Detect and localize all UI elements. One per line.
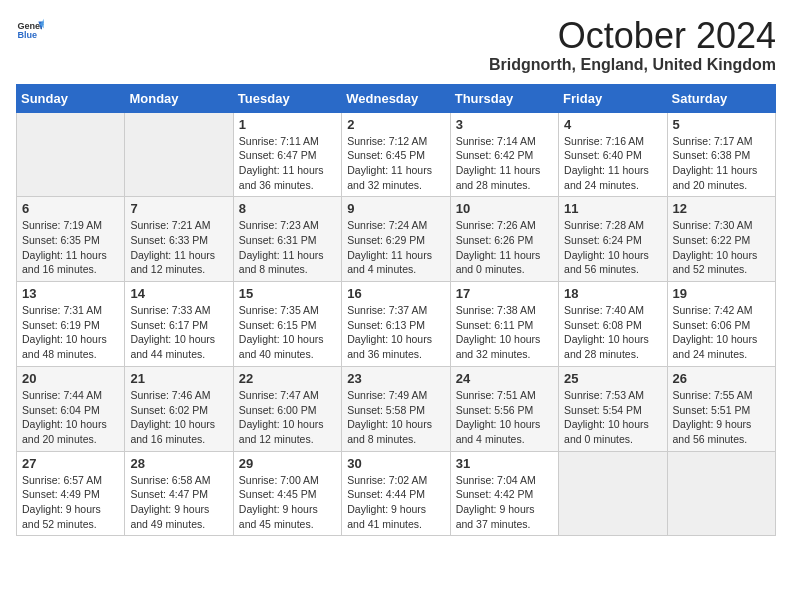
day-info: Sunrise: 7:19 AMSunset: 6:35 PMDaylight:… (22, 218, 119, 277)
day-number: 9 (347, 201, 444, 216)
day-number: 10 (456, 201, 553, 216)
day-info: Sunrise: 7:46 AMSunset: 6:02 PMDaylight:… (130, 388, 227, 447)
month-title: October 2024 (489, 16, 776, 56)
day-number: 12 (673, 201, 770, 216)
day-number: 13 (22, 286, 119, 301)
day-info: Sunrise: 7:26 AMSunset: 6:26 PMDaylight:… (456, 218, 553, 277)
day-number: 2 (347, 117, 444, 132)
day-info: Sunrise: 7:51 AMSunset: 5:56 PMDaylight:… (456, 388, 553, 447)
day-number: 21 (130, 371, 227, 386)
day-number: 24 (456, 371, 553, 386)
calendar-cell: 28Sunrise: 6:58 AMSunset: 4:47 PMDayligh… (125, 451, 233, 536)
calendar-week-row: 1Sunrise: 7:11 AMSunset: 6:47 PMDaylight… (17, 112, 776, 197)
calendar-cell (17, 112, 125, 197)
calendar-cell: 4Sunrise: 7:16 AMSunset: 6:40 PMDaylight… (559, 112, 667, 197)
day-number: 4 (564, 117, 661, 132)
calendar-cell: 8Sunrise: 7:23 AMSunset: 6:31 PMDaylight… (233, 197, 341, 282)
calendar-cell (125, 112, 233, 197)
calendar-cell: 27Sunrise: 6:57 AMSunset: 4:49 PMDayligh… (17, 451, 125, 536)
calendar-cell (667, 451, 775, 536)
calendar-cell: 26Sunrise: 7:55 AMSunset: 5:51 PMDayligh… (667, 366, 775, 451)
calendar-cell: 16Sunrise: 7:37 AMSunset: 6:13 PMDayligh… (342, 282, 450, 367)
calendar-cell: 22Sunrise: 7:47 AMSunset: 6:00 PMDayligh… (233, 366, 341, 451)
day-info: Sunrise: 7:38 AMSunset: 6:11 PMDaylight:… (456, 303, 553, 362)
calendar-cell: 6Sunrise: 7:19 AMSunset: 6:35 PMDaylight… (17, 197, 125, 282)
calendar-cell: 24Sunrise: 7:51 AMSunset: 5:56 PMDayligh… (450, 366, 558, 451)
day-number: 29 (239, 456, 336, 471)
day-number: 7 (130, 201, 227, 216)
calendar-cell: 11Sunrise: 7:28 AMSunset: 6:24 PMDayligh… (559, 197, 667, 282)
day-info: Sunrise: 7:02 AMSunset: 4:44 PMDaylight:… (347, 473, 444, 532)
header-monday: Monday (125, 84, 233, 112)
day-info: Sunrise: 7:35 AMSunset: 6:15 PMDaylight:… (239, 303, 336, 362)
day-info: Sunrise: 7:30 AMSunset: 6:22 PMDaylight:… (673, 218, 770, 277)
calendar-cell: 23Sunrise: 7:49 AMSunset: 5:58 PMDayligh… (342, 366, 450, 451)
day-number: 25 (564, 371, 661, 386)
calendar-cell: 29Sunrise: 7:00 AMSunset: 4:45 PMDayligh… (233, 451, 341, 536)
day-number: 3 (456, 117, 553, 132)
header-wednesday: Wednesday (342, 84, 450, 112)
calendar-cell: 13Sunrise: 7:31 AMSunset: 6:19 PMDayligh… (17, 282, 125, 367)
calendar-week-row: 20Sunrise: 7:44 AMSunset: 6:04 PMDayligh… (17, 366, 776, 451)
calendar-cell: 17Sunrise: 7:38 AMSunset: 6:11 PMDayligh… (450, 282, 558, 367)
location-subtitle: Bridgnorth, England, United Kingdom (489, 56, 776, 74)
calendar-week-row: 13Sunrise: 7:31 AMSunset: 6:19 PMDayligh… (17, 282, 776, 367)
calendar-cell: 18Sunrise: 7:40 AMSunset: 6:08 PMDayligh… (559, 282, 667, 367)
header-tuesday: Tuesday (233, 84, 341, 112)
calendar-cell: 19Sunrise: 7:42 AMSunset: 6:06 PMDayligh… (667, 282, 775, 367)
day-number: 17 (456, 286, 553, 301)
day-number: 8 (239, 201, 336, 216)
header-sunday: Sunday (17, 84, 125, 112)
calendar-cell: 7Sunrise: 7:21 AMSunset: 6:33 PMDaylight… (125, 197, 233, 282)
day-info: Sunrise: 7:14 AMSunset: 6:42 PMDaylight:… (456, 134, 553, 193)
day-info: Sunrise: 6:58 AMSunset: 4:47 PMDaylight:… (130, 473, 227, 532)
day-number: 31 (456, 456, 553, 471)
day-number: 22 (239, 371, 336, 386)
day-info: Sunrise: 7:47 AMSunset: 6:00 PMDaylight:… (239, 388, 336, 447)
calendar-cell (559, 451, 667, 536)
calendar-cell: 30Sunrise: 7:02 AMSunset: 4:44 PMDayligh… (342, 451, 450, 536)
logo: General Blue (16, 16, 44, 44)
day-number: 18 (564, 286, 661, 301)
calendar-cell: 3Sunrise: 7:14 AMSunset: 6:42 PMDaylight… (450, 112, 558, 197)
calendar-cell: 1Sunrise: 7:11 AMSunset: 6:47 PMDaylight… (233, 112, 341, 197)
calendar-cell: 12Sunrise: 7:30 AMSunset: 6:22 PMDayligh… (667, 197, 775, 282)
day-number: 20 (22, 371, 119, 386)
day-info: Sunrise: 7:44 AMSunset: 6:04 PMDaylight:… (22, 388, 119, 447)
day-info: Sunrise: 7:17 AMSunset: 6:38 PMDaylight:… (673, 134, 770, 193)
day-number: 23 (347, 371, 444, 386)
calendar-week-row: 6Sunrise: 7:19 AMSunset: 6:35 PMDaylight… (17, 197, 776, 282)
calendar-cell: 25Sunrise: 7:53 AMSunset: 5:54 PMDayligh… (559, 366, 667, 451)
calendar-cell: 14Sunrise: 7:33 AMSunset: 6:17 PMDayligh… (125, 282, 233, 367)
day-info: Sunrise: 7:00 AMSunset: 4:45 PMDaylight:… (239, 473, 336, 532)
day-info: Sunrise: 7:42 AMSunset: 6:06 PMDaylight:… (673, 303, 770, 362)
day-info: Sunrise: 7:33 AMSunset: 6:17 PMDaylight:… (130, 303, 227, 362)
day-number: 27 (22, 456, 119, 471)
svg-text:Blue: Blue (17, 30, 37, 40)
header-thursday: Thursday (450, 84, 558, 112)
calendar-cell: 21Sunrise: 7:46 AMSunset: 6:02 PMDayligh… (125, 366, 233, 451)
calendar-header-row: SundayMondayTuesdayWednesdayThursdayFrid… (17, 84, 776, 112)
day-info: Sunrise: 7:23 AMSunset: 6:31 PMDaylight:… (239, 218, 336, 277)
day-info: Sunrise: 7:55 AMSunset: 5:51 PMDaylight:… (673, 388, 770, 447)
day-info: Sunrise: 7:28 AMSunset: 6:24 PMDaylight:… (564, 218, 661, 277)
calendar-table: SundayMondayTuesdayWednesdayThursdayFrid… (16, 84, 776, 537)
day-info: Sunrise: 7:53 AMSunset: 5:54 PMDaylight:… (564, 388, 661, 447)
logo-icon: General Blue (16, 16, 44, 44)
calendar-cell: 10Sunrise: 7:26 AMSunset: 6:26 PMDayligh… (450, 197, 558, 282)
day-number: 14 (130, 286, 227, 301)
calendar-week-row: 27Sunrise: 6:57 AMSunset: 4:49 PMDayligh… (17, 451, 776, 536)
day-number: 26 (673, 371, 770, 386)
day-info: Sunrise: 7:11 AMSunset: 6:47 PMDaylight:… (239, 134, 336, 193)
day-number: 19 (673, 286, 770, 301)
title-section: October 2024 Bridgnorth, England, United… (489, 16, 776, 74)
calendar-cell: 2Sunrise: 7:12 AMSunset: 6:45 PMDaylight… (342, 112, 450, 197)
day-info: Sunrise: 7:24 AMSunset: 6:29 PMDaylight:… (347, 218, 444, 277)
day-number: 16 (347, 286, 444, 301)
calendar-cell: 20Sunrise: 7:44 AMSunset: 6:04 PMDayligh… (17, 366, 125, 451)
day-info: Sunrise: 7:31 AMSunset: 6:19 PMDaylight:… (22, 303, 119, 362)
day-number: 11 (564, 201, 661, 216)
day-info: Sunrise: 7:04 AMSunset: 4:42 PMDaylight:… (456, 473, 553, 532)
calendar-cell: 5Sunrise: 7:17 AMSunset: 6:38 PMDaylight… (667, 112, 775, 197)
header-friday: Friday (559, 84, 667, 112)
